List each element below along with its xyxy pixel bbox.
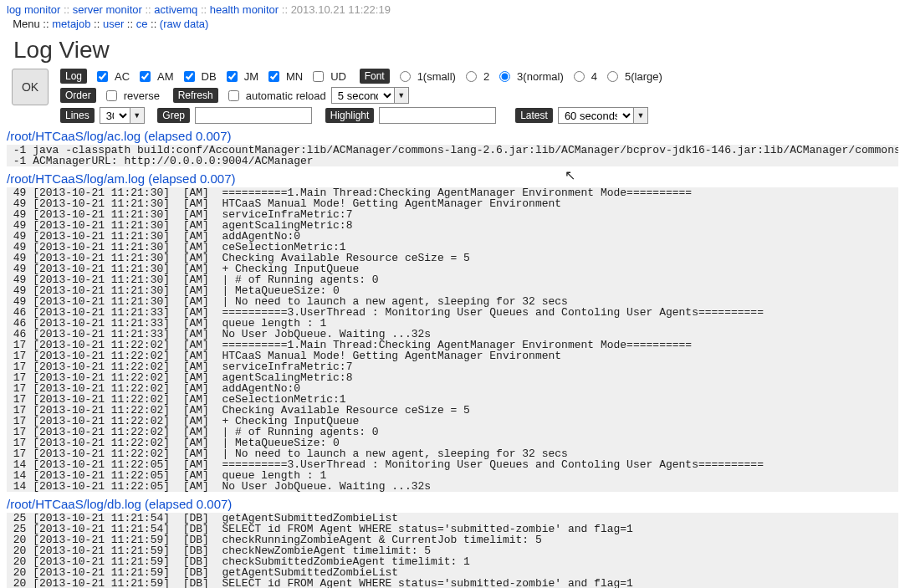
nav-link[interactable]: activemq [154,3,197,16]
chk-db[interactable] [184,71,195,82]
log-am-header[interactable]: /root/HTCaaS/log/am.log (elapsed 0.007) [7,171,898,186]
chk-jm[interactable] [227,71,238,82]
page-title: Log View [13,37,898,64]
lines-badge: Lines [60,108,95,123]
log-ac-block: -1 java -classpath build:conf/AccountMan… [7,145,898,166]
radio-font-5[interactable] [607,71,618,82]
highlight-input[interactable] [379,107,496,124]
menu-line: Menu :: metajob :: user :: ce :: (raw da… [7,18,898,30]
lbl-f3: 3(normal) [517,70,564,83]
nav-link[interactable]: health monitor [210,3,279,16]
latest-badge: Latest [515,108,553,123]
chevron-down-icon: ▼ [130,107,145,124]
chk-ud[interactable] [313,71,324,82]
log-badge: Log [60,69,87,84]
radio-font-4[interactable] [574,71,585,82]
lbl-ud: UD [330,70,346,83]
timestamp: 2013.10.21 11:22:19 [291,3,391,16]
lbl-ac: AC [115,70,130,83]
grep-badge: Grep [157,108,190,123]
row-filter: Lines 30 ▼ Grep Highlight Latest 60 seco… [60,107,662,124]
nav-link[interactable]: server monitor [73,3,142,16]
row-order: Order reverse Refresh automatic reload 5… [60,87,662,104]
chk-reverse[interactable] [106,90,117,101]
radio-font-2[interactable] [466,71,477,82]
lbl-f4: 4 [591,70,597,83]
lbl-reverse: reverse [124,89,160,102]
ok-button[interactable]: OK [12,69,49,105]
log-db-header[interactable]: /root/HTCaaS/log/db.log (elapsed 0.007) [7,497,898,511]
chevron-down-icon: ▼ [394,87,409,104]
chk-auto[interactable] [228,90,239,101]
raw-data-link[interactable]: (raw data) [160,18,209,30]
radio-font-3[interactable] [499,71,510,82]
menu-link[interactable]: metajob [52,18,90,30]
chk-am[interactable] [140,71,151,82]
menu-link[interactable]: user [103,18,124,30]
lbl-f2: 2 [483,70,489,83]
font-badge: Font [360,69,390,84]
lbl-jm: JM [244,70,258,83]
interval-select-inner[interactable]: 5 seconds [331,87,394,104]
order-badge: Order [60,88,96,103]
lbl-f1: 1(small) [417,70,456,83]
controls: OK Log AC AM DB JM MN UD Font 1(small) 2… [12,69,898,124]
interval-select[interactable]: 5 seconds ▼ [331,87,409,104]
lbl-db: DB [202,70,217,83]
chk-ac[interactable] [97,71,108,82]
top-nav: log monitor :: server monitor :: activem… [7,3,898,16]
menu-link[interactable]: ce [136,18,148,30]
log-db-block: 25 [2013-10-21 11:21:54] [DB] getAgentSu… [7,513,898,588]
lbl-mn: MN [286,70,303,83]
radio-font-1[interactable] [400,71,411,82]
chk-mn[interactable] [268,71,279,82]
lines-select-inner[interactable]: 30 [100,107,130,124]
grep-input[interactable] [195,107,312,124]
chevron-down-icon: ▼ [633,107,648,124]
lbl-f5: 5(large) [625,70,662,83]
nav-link[interactable]: log monitor [7,3,60,16]
highlight-badge: Highlight [325,108,375,123]
lines-select[interactable]: 30 ▼ [100,107,145,124]
refresh-button[interactable]: Refresh [173,88,218,103]
log-ac-header[interactable]: /root/HTCaaS/log/ac.log (elapsed 0.007) [7,129,898,143]
log-am-block: 49 [2013-10-21 11:21:30] [AM] ==========… [7,187,898,492]
row-logs: Log AC AM DB JM MN UD Font 1(small) 2 3(… [60,69,662,84]
latest-select[interactable]: 60 seconds ▼ [558,107,648,124]
lbl-am: AM [157,70,174,83]
latest-select-inner[interactable]: 60 seconds [558,107,633,124]
lbl-auto: automatic reload [246,89,326,102]
